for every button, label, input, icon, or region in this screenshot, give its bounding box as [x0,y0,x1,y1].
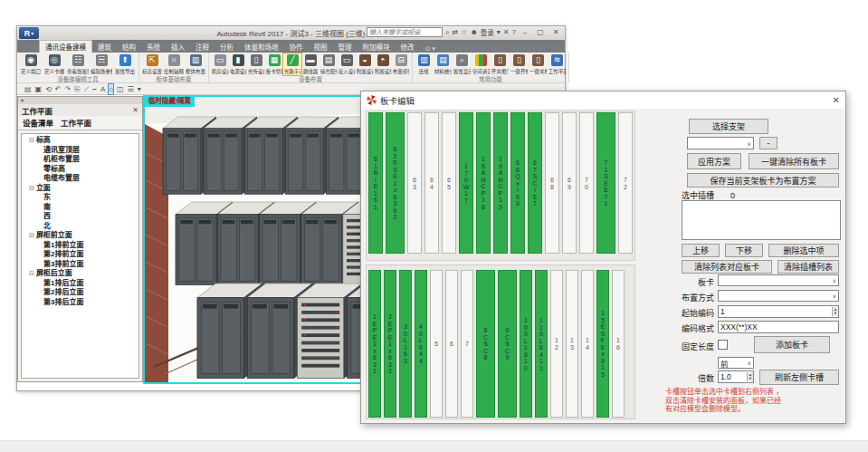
measure-icon[interactable]: ⟋ [84,84,90,94]
dialog-close-icon[interactable]: ✕ [833,95,840,105]
tree-node[interactable]: ⊟屏柜后立面 [24,269,138,279]
search-input[interactable] [367,27,443,37]
maximize-button[interactable]: ▢ [534,28,547,36]
slot-2EPE1x632[interactable]: 2EPE1x632 [384,270,396,418]
move-up-button[interactable]: 上移 [682,244,720,257]
fixed-length-checkbox[interactable] [718,340,728,350]
slot-5[interactable]: 5 [430,270,443,418]
tab-9[interactable]: 协作 [284,41,309,53]
multiple-input[interactable]: 1.0▴▾ [718,370,754,383]
select-bracket-button[interactable]: 选择支架 [689,119,768,134]
slot-14[interactable]: 14 [581,270,594,418]
slot-40L644[interactable]: 40L644 [415,270,427,418]
ribbon-button-card-manage[interactable]: ▦板卡管理 [265,53,283,75]
slot-71SEE71[interactable]: 71SEE71 [596,112,615,254]
favorites-icon[interactable]: ☆ [461,28,467,37]
ribbon-button-optical-subsystem[interactable]: ╱光路子系统 [283,53,301,75]
spinner-arrows-icon[interactable]: ▴▾ [747,372,753,381]
slot-7[interactable]: 7 [461,270,473,418]
tree-expander-icon[interactable]: ⊟ [29,185,34,191]
tree-leaf[interactable]: 第2排后立面 [24,288,138,298]
tree-leaf[interactable]: 北 [24,222,138,232]
tree-expander-icon[interactable]: ⊟ [29,270,34,276]
ribbon-button-define-slot[interactable]: ◎定义卡槽 [43,53,66,75]
slot-66QxI66[interactable]: 66QxI66 [510,112,525,254]
slot-68[interactable]: 68 [545,112,559,254]
panel-tab-2[interactable]: 工作平面 [61,117,91,128]
ribbon-button-room-equipment[interactable]: ▭机房设备 [211,53,229,75]
undo-icon[interactable]: ↶ [55,84,62,94]
slot-8CSC8[interactable]: 8CSC8 [476,270,495,418]
ribbon-button-props-display[interactable]: ⌕属性显示 [453,53,472,75]
ribbon-button-space-resource[interactable]: 空间资源 [472,53,491,75]
tab-7[interactable]: 分析 [215,41,239,53]
ribbon-button-cable-tray[interactable]: ⊟布置桥架 [392,53,410,75]
scheme-select[interactable]: ∨ [687,137,754,149]
refresh-left-slots-button[interactable]: 刷新左侧卡槽 [759,370,839,385]
tree-leaf[interactable]: 第3排前立面 [24,260,138,270]
ribbon-button-view-family-props[interactable]: ☷查看族属性 [66,53,90,75]
slot-16[interactable]: 16 [612,270,625,418]
front-back-select[interactable]: 前∨ [718,357,754,369]
minimize-button[interactable]: – [519,28,531,36]
section-icon[interactable]: ◫ [117,84,124,94]
tab-11[interactable]: 管理 [333,41,358,53]
tab-6[interactable]: 注释 [190,41,215,53]
clear-list-cards-button[interactable]: 清除列表对应板卡 [682,260,772,274]
tree-leaf[interactable]: 东 [24,193,138,203]
slot-63[interactable]: 63 [407,112,422,254]
tree-node[interactable]: ⊟标高 [24,136,138,146]
tree-leaf[interactable]: 电缆布置层 [24,174,138,184]
ribbon-button-level-setting[interactable]: ⇱标高设置 [141,53,163,75]
close-button[interactable]: ✕ [549,28,562,36]
ribbon-button-power-equipment[interactable]: ▮电源设备 [229,53,247,75]
ribbon-button-attached-facility[interactable]: ◓附属设施 [374,53,392,75]
move-down-button[interactable]: 下移 [725,244,763,257]
save-icon[interactable]: ▣ [35,84,43,94]
tab-12[interactable]: 附加模块 [358,41,396,53]
ribbon-button-edit-family-params[interactable]: ☵编辑族参数 [90,53,113,75]
ribbon-button-optical-equipment[interactable]: ▯光传设备 [247,53,265,75]
slot-9CSC9[interactable]: 9CSC9 [498,270,517,418]
communication-center-icon[interactable]: ⇄ [453,28,459,37]
slot-69[interactable]: 69 [562,112,577,254]
slot-13[interactable]: 13 [566,270,578,418]
clear-slot-list-button[interactable]: 清除插槽列表 [777,260,839,274]
ribbon-button-access-equipment[interactable]: ▭接入设备 [338,53,356,75]
slot-12[interactable]: 12 [550,270,563,418]
clear-all-cards-button[interactable]: 一键清除所有板卡 [749,153,839,169]
tab-3[interactable]: 结构 [117,41,141,53]
signin-label[interactable]: 登录 [481,27,494,37]
code-format-input[interactable]: XXX(**)XX [718,321,839,333]
ribbon-button-connect-line[interactable]: ▥连线 [415,53,434,75]
panel-tab-1[interactable]: 设备清单 [23,117,53,128]
ribbon-button-export-props[interactable]: ⬆属性导出 [113,53,137,75]
tree-leaf[interactable]: 第1排前立面 [24,241,138,251]
redo-icon[interactable]: ↷ [65,84,72,94]
tree-leaf[interactable]: 南 [24,203,138,213]
slot-62ESE1x6362[interactable]: 62ESE1x6362 [386,112,405,254]
ribbon-button-material-stats[interactable]: ▤材料统计 [434,53,453,75]
panel-close-icon[interactable]: ✕ [132,106,138,114]
card-select[interactable]: ∨ [718,274,839,286]
tree-leaf[interactable]: 第2排前立面 [24,250,138,260]
tree-leaf[interactable]: 通讯室顶层 [24,146,138,156]
tab-10[interactable]: 视图 [309,41,333,53]
ribbon-button-cabinet-layout[interactable]: ▥柜体布置 [185,53,206,75]
ribbon-button-close-doors[interactable]: ▯一键关柜门 [529,53,548,75]
ribbon-button-open-doors[interactable]: ▯一键开柜门 [510,53,529,75]
slot-64[interactable]: 64 [424,112,439,254]
tab-8[interactable]: 体量和场地 [239,41,284,53]
exchange-icon[interactable]: ✕ [503,28,510,37]
tree-leaf[interactable]: 零标高 [24,165,138,175]
ribbon-button-wiring[interactable]: ▤综合配线 [320,53,338,75]
ribbon-button-jumper[interactable]: ▬跳线器 [301,53,320,75]
slot-30L163[interactable]: 30L163 [399,270,412,418]
user-icon[interactable]: ☻ [470,28,477,37]
help-icon[interactable]: ? [512,28,516,37]
sync-icon[interactable]: ⟲ [45,84,52,94]
panel-grip[interactable]: ▾ [18,97,142,104]
3d-view-icon[interactable]: ⌂ [109,84,113,94]
ribbon-button-attached-equipment[interactable]: ◒附属设备 [356,53,374,75]
temp-hide-isolate-label[interactable]: 临时隐藏/隔离 [145,97,195,107]
